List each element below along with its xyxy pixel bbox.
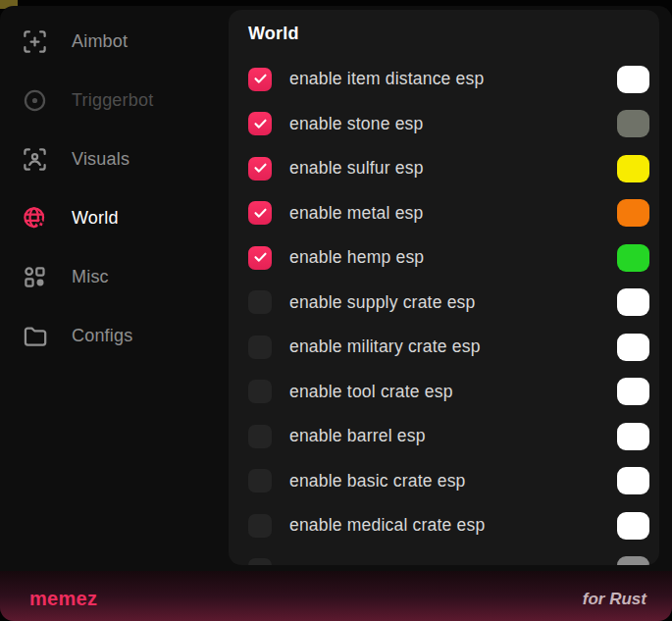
sidebar-item-label: Misc bbox=[72, 267, 109, 287]
esp-checkbox[interactable] bbox=[248, 558, 272, 565]
esp-option-row bbox=[248, 548, 659, 566]
checkmark-icon bbox=[253, 161, 268, 176]
esp-option-label: enable basic crate esp bbox=[289, 471, 466, 492]
sidebar-item-label: Aimbot bbox=[72, 31, 128, 52]
esp-option-label: enable hemp esp bbox=[289, 247, 424, 268]
esp-color-swatch[interactable] bbox=[617, 199, 649, 227]
esp-option-row: enable item distance esp bbox=[248, 57, 659, 102]
checkmark-icon bbox=[253, 206, 268, 221]
esp-option-row: enable military crate esp bbox=[248, 325, 659, 370]
sidebar-item-triggerbot[interactable]: Triggerbot bbox=[0, 78, 229, 122]
folder-icon bbox=[22, 323, 48, 349]
esp-checkbox[interactable] bbox=[248, 380, 272, 403]
esp-color-swatch[interactable] bbox=[617, 378, 649, 405]
sidebar-item-label: Visuals bbox=[72, 149, 129, 170]
esp-option-row: enable metal esp bbox=[248, 191, 659, 236]
esp-color-swatch[interactable] bbox=[617, 244, 649, 272]
sidebar-item-world[interactable]: World bbox=[0, 196, 229, 239]
esp-option-label: enable supply crate esp bbox=[289, 292, 475, 313]
sidebar-item-label: Configs bbox=[72, 326, 132, 346]
esp-checkbox[interactable] bbox=[248, 469, 272, 492]
cheat-menu-window: Aimbot Triggerbot Visuals World Misc Con… bbox=[0, 6, 672, 621]
esp-option-row: enable hemp esp bbox=[248, 235, 659, 281]
shapes-grid-icon bbox=[22, 264, 48, 290]
checkmark-icon bbox=[253, 250, 268, 265]
world-panel: World enable item distance esp enable st… bbox=[229, 10, 659, 565]
globe-star-icon bbox=[22, 205, 48, 232]
esp-checkbox[interactable] bbox=[248, 157, 272, 181]
esp-option-label: enable item distance esp bbox=[289, 69, 484, 89]
sidebar-item-aimbot[interactable]: Aimbot bbox=[0, 20, 229, 63]
esp-checkbox[interactable] bbox=[248, 425, 272, 448]
sidebar-item-label: World bbox=[72, 208, 119, 229]
esp-checkbox[interactable] bbox=[248, 201, 272, 225]
esp-option-row: enable tool crate esp bbox=[248, 370, 659, 415]
esp-color-swatch[interactable] bbox=[617, 423, 649, 450]
crosshair-scan-icon bbox=[22, 28, 48, 55]
esp-checkbox[interactable] bbox=[248, 290, 272, 314]
product-tagline: for Rust bbox=[583, 590, 646, 609]
esp-color-swatch[interactable] bbox=[617, 556, 649, 565]
esp-checkbox[interactable] bbox=[248, 336, 272, 359]
page-title: World bbox=[248, 24, 659, 44]
esp-option-row: enable stone esp bbox=[248, 102, 659, 147]
esp-color-swatch[interactable] bbox=[617, 334, 649, 361]
esp-options-list: enable item distance esp enable stone es… bbox=[248, 57, 659, 565]
esp-color-swatch[interactable] bbox=[617, 66, 649, 93]
esp-option-label: enable metal esp bbox=[289, 203, 423, 224]
esp-color-swatch[interactable] bbox=[617, 467, 649, 494]
brand-name: memez bbox=[29, 588, 97, 610]
circle-dot-icon bbox=[22, 87, 48, 114]
footer-bar: memez for Rust bbox=[0, 571, 672, 621]
esp-color-swatch[interactable] bbox=[617, 110, 649, 137]
checkmark-icon bbox=[253, 72, 268, 86]
esp-checkbox[interactable] bbox=[248, 112, 272, 135]
sidebar-item-configs[interactable]: Configs bbox=[0, 314, 229, 357]
esp-option-label: enable barrel esp bbox=[289, 426, 426, 446]
esp-checkbox[interactable] bbox=[248, 246, 272, 270]
sidebar-item-label: Triggerbot bbox=[72, 90, 153, 111]
esp-option-row: enable basic crate esp bbox=[248, 459, 659, 504]
esp-option-row: enable barrel esp bbox=[248, 414, 659, 459]
esp-option-row: enable medical crate esp bbox=[248, 503, 659, 548]
esp-option-label: enable military crate esp bbox=[289, 336, 481, 357]
esp-option-row: enable supply crate esp bbox=[248, 281, 659, 326]
user-scan-icon bbox=[22, 146, 48, 173]
sidebar: Aimbot Triggerbot Visuals World Misc Con… bbox=[0, 6, 229, 571]
esp-option-row: enable sulfur esp bbox=[248, 146, 659, 191]
esp-color-swatch[interactable] bbox=[617, 155, 649, 182]
esp-option-label: enable sulfur esp bbox=[289, 158, 424, 179]
esp-checkbox[interactable] bbox=[248, 514, 272, 538]
esp-checkbox[interactable] bbox=[248, 68, 272, 91]
sidebar-item-misc[interactable]: Misc bbox=[0, 255, 229, 298]
esp-option-label: enable tool crate esp bbox=[289, 382, 453, 402]
esp-color-swatch[interactable] bbox=[617, 288, 649, 316]
esp-option-label: enable stone esp bbox=[289, 114, 424, 134]
esp-color-swatch[interactable] bbox=[617, 512, 649, 540]
esp-option-label: enable medical crate esp bbox=[289, 515, 485, 536]
checkmark-icon bbox=[253, 117, 268, 131]
sidebar-item-visuals[interactable]: Visuals bbox=[0, 137, 229, 181]
